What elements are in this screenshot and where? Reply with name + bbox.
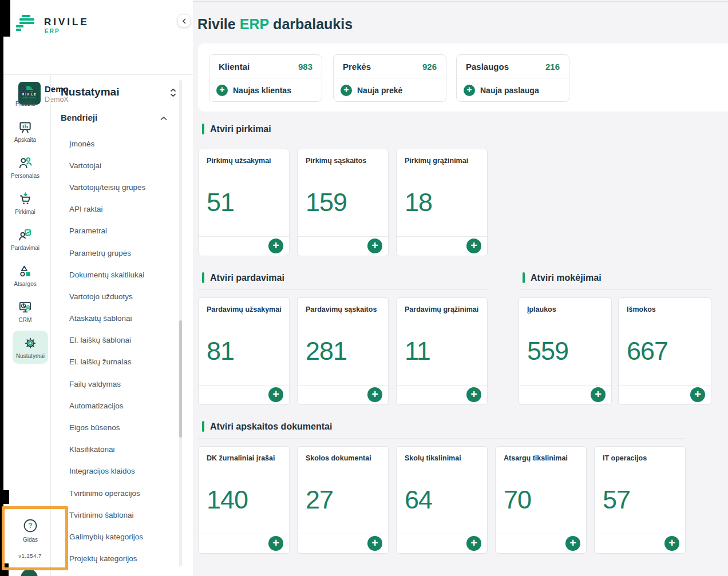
sidebar-item-pardavimai[interactable]: Pardavimai [0,228,50,260]
menu-item-imones[interactable]: Įmonės [69,133,175,154]
card-footer [199,385,289,404]
card-footer [496,534,586,553]
stat-card-skolos-dokumentai[interactable]: Skolos dokumentai 27 [297,446,389,554]
add-button[interactable] [268,239,283,253]
card-footer [298,385,388,404]
stat-card-skolu-tikslinimai[interactable]: Skolų tikslinimai 64 [396,446,488,554]
highlight-box [2,506,68,570]
cart-download-icon [18,192,33,206]
users-icon [18,156,33,170]
chevron-up-icon[interactable] [160,116,167,121]
menu-item-parametrai[interactable]: Parametrai [69,220,175,242]
sidebar-item-pirkimai[interactable]: Pirkimai [0,192,50,224]
plus-icon[interactable] [464,85,475,96]
add-button[interactable] [591,387,606,402]
screen-edge-artifact [0,490,9,504]
menu-item-el-laisku-sablonai[interactable]: El. laiškų šablonai [69,329,175,351]
brand-product: ERP [45,28,60,34]
menu-item-vartotojo-uzduotys[interactable]: Vartotojo užduotys [69,285,175,307]
new-client-button[interactable]: Naujas klientas [209,78,322,102]
sidebar: RIVILE ERP RIVILEERP demo Demo DemoX Pra… [0,0,193,576]
section-accent-bar [202,124,204,134]
menu-item-galimybiu-kategorijos[interactable]: Galimybių kategorijos [69,526,175,547]
unfold-icon [169,88,177,98]
card-footer [595,534,685,553]
menu-item-tvirtinimo-operacijos[interactable]: Tvirtinimo operacijos [69,482,175,504]
submenu-title: Nustatymai [61,86,119,98]
sidebar-divider [0,74,193,75]
menu-item-dokumentu-skaitliukai[interactable]: Dokumentų skaitliukai [69,264,175,285]
add-button[interactable] [565,536,580,551]
add-button[interactable] [268,536,283,551]
sales-chart-icon [18,228,33,243]
new-product-button[interactable]: Nauja prekė [334,78,446,102]
card-footer [397,534,487,553]
stat-card-iplaukos[interactable]: Įplaukos 559 [519,297,612,405]
card-footer [519,385,611,404]
menu-item-klasifikatoriai[interactable]: Klasifikatoriai [69,439,175,460]
company-selector[interactable]: RIVILEERP demo Demo DemoX [0,38,193,74]
menu-item-integracijos-klaidos[interactable]: Integracijos klaidos [69,460,175,482]
top-hairline [193,1,728,2]
stat-card-ismokos[interactable]: Išmokos 667 [618,297,711,405]
menu-item-projektu-kategorijos[interactable]: Projektų kategorijos [69,548,175,570]
section-header-atviri-pardavimai: Atviri pardavimai [202,272,284,283]
menu-item-tvirtinimo-sablonai[interactable]: Tvirtinimo šablonai [69,504,175,526]
menu-item-failu-valdymas[interactable]: Failų valdymas [69,373,175,395]
new-service-button[interactable]: Nauja paslauga [457,78,569,102]
add-button[interactable] [466,536,481,551]
sidebar-item-nustatymai[interactable]: Nustatymai [13,331,48,364]
stat-card-pirkimu-saskaitos[interactable]: Pirkimų sąskaitos 159 [297,149,389,256]
section-accent-bar [523,272,525,283]
stat-card-it-operacijos[interactable]: IT operacijos 57 [594,446,686,554]
submenu-group-bendrieji[interactable]: Bendrieji [61,113,97,122]
summary-value: 983 [298,62,312,71]
section-divider [198,289,489,290]
crm-monitor-icon [18,300,33,315]
plus-icon[interactable] [216,85,228,96]
stat-card-atsargu-tikslinimai[interactable]: Atsargų tikslinimai 70 [495,446,587,554]
summary-value: 926 [422,62,437,71]
submenu-scrollbar-thumb[interactable] [179,320,182,438]
stat-card-pirkimu-uzsakymai[interactable]: Pirkimų užsakymai 51 [198,149,290,256]
summary-card-paslaugos: Paslaugos216 Nauja paslauga [456,54,569,102]
menu-item-parametru-grupes[interactable]: Parametrų grupės [69,242,175,264]
add-button[interactable] [268,387,283,402]
sidebar-item-crm[interactable]: CRM [0,300,50,332]
sidebar-collapse-button[interactable] [178,15,190,27]
brand-name: RIVILE [44,17,89,28]
sidebar-item-personalas[interactable]: Personalas [0,156,50,188]
add-button[interactable] [367,387,382,402]
add-button[interactable] [367,536,382,551]
stat-card-dk-zurnaliniai-irasai[interactable]: DK žurnaliniai įrašai 140 [198,446,290,554]
section-accent-bar [202,272,204,283]
rivile-logo-icon [16,15,39,34]
card-footer [619,385,711,404]
menu-item-vartotoju-teisiu-grupes[interactable]: Vartotojų/teisių grupės [69,176,175,198]
plus-icon[interactable] [341,85,352,96]
summary-label: Klientai [219,62,250,71]
stat-card-pardavimu-uzsakymai[interactable]: Pardavimų užsakymai 81 [198,297,290,405]
menu-item-ataskaitu-sablonai[interactable]: Ataskaitų šablonai [69,308,175,329]
menu-item-vartotojai[interactable]: Vartotojai [69,154,175,176]
card-footer [397,236,487,256]
add-button[interactable] [664,536,679,551]
menu-item-automatizacijos[interactable]: Automatizacijos [69,395,175,416]
summary-label: Prekės [343,62,371,71]
sidebar-item-apskaita[interactable]: Apskaita [0,120,50,152]
add-button[interactable] [690,387,705,402]
menu-item-eigos-busenos[interactable]: Eigos būsenos [69,416,175,438]
menu-item-api-raktai[interactable]: API raktai [69,198,175,220]
add-button[interactable] [367,239,382,253]
stat-card-pardavimu-saskaitos[interactable]: Pardavimų sąskaitos 281 [297,297,389,405]
sidebar-item-pradzia[interactable]: Pradžia [0,84,50,116]
presentation-chart-icon [18,120,33,134]
add-button[interactable] [466,387,481,402]
menu-item-el-laisku-zurnalas[interactable]: El. laiškų žurnalas [69,351,175,373]
section-accent-bar [202,421,204,432]
page-title: RivileERPdarbalaukis [197,16,357,33]
add-button[interactable] [466,239,481,253]
sidebar-item-atsargos[interactable]: Atsargos [0,264,50,296]
stat-card-pirkimu-grazinimai[interactable]: Pirkimų grąžinimai 18 [396,149,488,256]
stat-card-pardavimu-grazinimai[interactable]: Pardavimų grąžinimai 11 [396,297,488,405]
